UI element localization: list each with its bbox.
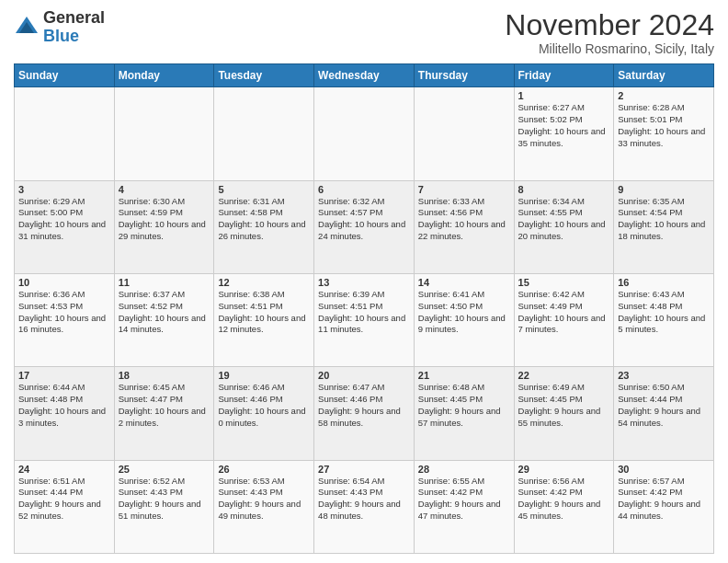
header-cell-sunday: Sunday <box>15 64 115 87</box>
day-info: Sunrise: 6:32 AM Sunset: 4:57 PM Dayligh… <box>318 196 410 243</box>
day-cell <box>314 87 415 180</box>
day-cell: 1Sunrise: 6:27 AM Sunset: 5:02 PM Daylig… <box>514 87 614 180</box>
day-info: Sunrise: 6:34 AM Sunset: 4:55 PM Dayligh… <box>518 196 610 243</box>
month-title: November 2024 <box>505 9 714 41</box>
day-number: 18 <box>119 370 210 381</box>
day-number: 24 <box>18 464 110 475</box>
day-info: Sunrise: 6:53 AM Sunset: 4:43 PM Dayligh… <box>218 476 310 523</box>
day-cell: 10Sunrise: 6:36 AM Sunset: 4:53 PM Dayli… <box>15 273 115 366</box>
day-cell: 25Sunrise: 6:52 AM Sunset: 4:43 PM Dayli… <box>114 460 214 553</box>
day-info: Sunrise: 6:50 AM Sunset: 4:44 PM Dayligh… <box>618 382 710 429</box>
day-info: Sunrise: 6:39 AM Sunset: 4:51 PM Dayligh… <box>318 289 410 336</box>
week-row-2: 10Sunrise: 6:36 AM Sunset: 4:53 PM Dayli… <box>15 273 714 366</box>
logo-text: General Blue <box>43 9 105 46</box>
day-cell: 28Sunrise: 6:55 AM Sunset: 4:42 PM Dayli… <box>414 460 514 553</box>
day-number: 20 <box>318 370 410 381</box>
day-number: 14 <box>418 277 510 288</box>
day-cell: 3Sunrise: 6:29 AM Sunset: 5:00 PM Daylig… <box>15 180 115 273</box>
day-info: Sunrise: 6:54 AM Sunset: 4:43 PM Dayligh… <box>318 476 410 523</box>
week-row-4: 24Sunrise: 6:51 AM Sunset: 4:44 PM Dayli… <box>15 460 714 553</box>
day-cell: 8Sunrise: 6:34 AM Sunset: 4:55 PM Daylig… <box>514 180 614 273</box>
day-number: 2 <box>618 90 710 101</box>
title-block: November 2024 Militello Rosmarino, Sicil… <box>505 9 714 56</box>
day-number: 4 <box>119 184 210 195</box>
day-info: Sunrise: 6:44 AM Sunset: 4:48 PM Dayligh… <box>18 382 110 429</box>
day-info: Sunrise: 6:30 AM Sunset: 4:59 PM Dayligh… <box>119 196 210 243</box>
header-cell-tuesday: Tuesday <box>214 64 314 87</box>
day-cell: 11Sunrise: 6:37 AM Sunset: 4:52 PM Dayli… <box>114 273 214 366</box>
day-number: 28 <box>418 464 510 475</box>
day-info: Sunrise: 6:48 AM Sunset: 4:45 PM Dayligh… <box>418 382 510 429</box>
day-number: 19 <box>218 370 310 381</box>
day-cell: 26Sunrise: 6:53 AM Sunset: 4:43 PM Dayli… <box>214 460 314 553</box>
day-number: 23 <box>618 370 710 381</box>
day-number: 16 <box>618 277 710 288</box>
day-number: 10 <box>18 277 110 288</box>
day-info: Sunrise: 6:55 AM Sunset: 4:42 PM Dayligh… <box>418 476 510 523</box>
day-number: 26 <box>218 464 310 475</box>
day-cell: 13Sunrise: 6:39 AM Sunset: 4:51 PM Dayli… <box>314 273 415 366</box>
day-number: 3 <box>18 184 110 195</box>
day-cell: 16Sunrise: 6:43 AM Sunset: 4:48 PM Dayli… <box>614 273 714 366</box>
day-cell: 14Sunrise: 6:41 AM Sunset: 4:50 PM Dayli… <box>414 273 514 366</box>
day-number: 5 <box>218 184 310 195</box>
header-cell-saturday: Saturday <box>614 64 714 87</box>
day-info: Sunrise: 6:56 AM Sunset: 4:42 PM Dayligh… <box>518 476 610 523</box>
day-cell: 9Sunrise: 6:35 AM Sunset: 4:54 PM Daylig… <box>614 180 714 273</box>
header-row: SundayMondayTuesdayWednesdayThursdayFrid… <box>15 64 714 87</box>
day-info: Sunrise: 6:29 AM Sunset: 5:00 PM Dayligh… <box>18 196 110 243</box>
day-cell: 30Sunrise: 6:57 AM Sunset: 4:42 PM Dayli… <box>614 460 714 553</box>
day-cell: 15Sunrise: 6:42 AM Sunset: 4:49 PM Dayli… <box>514 273 614 366</box>
day-info: Sunrise: 6:28 AM Sunset: 5:01 PM Dayligh… <box>618 102 710 149</box>
day-cell: 6Sunrise: 6:32 AM Sunset: 4:57 PM Daylig… <box>314 180 415 273</box>
calendar-table: SundayMondayTuesdayWednesdayThursdayFrid… <box>14 63 714 554</box>
day-info: Sunrise: 6:36 AM Sunset: 4:53 PM Dayligh… <box>18 289 110 336</box>
day-number: 22 <box>518 370 610 381</box>
day-cell: 29Sunrise: 6:56 AM Sunset: 4:42 PM Dayli… <box>514 460 614 553</box>
header-cell-thursday: Thursday <box>414 64 514 87</box>
day-cell: 4Sunrise: 6:30 AM Sunset: 4:59 PM Daylig… <box>114 180 214 273</box>
week-row-0: 1Sunrise: 6:27 AM Sunset: 5:02 PM Daylig… <box>15 87 714 180</box>
day-cell: 7Sunrise: 6:33 AM Sunset: 4:56 PM Daylig… <box>414 180 514 273</box>
day-cell: 20Sunrise: 6:47 AM Sunset: 4:46 PM Dayli… <box>314 367 415 460</box>
day-info: Sunrise: 6:52 AM Sunset: 4:43 PM Dayligh… <box>119 476 210 523</box>
location: Militello Rosmarino, Sicily, Italy <box>505 41 714 56</box>
day-number: 1 <box>518 90 610 101</box>
day-cell: 5Sunrise: 6:31 AM Sunset: 4:58 PM Daylig… <box>214 180 314 273</box>
day-number: 7 <box>418 184 510 195</box>
day-number: 17 <box>18 370 110 381</box>
day-cell: 24Sunrise: 6:51 AM Sunset: 4:44 PM Dayli… <box>15 460 115 553</box>
day-info: Sunrise: 6:51 AM Sunset: 4:44 PM Dayligh… <box>18 476 110 523</box>
day-cell <box>214 87 314 180</box>
day-info: Sunrise: 6:38 AM Sunset: 4:51 PM Dayligh… <box>218 289 310 336</box>
day-cell <box>15 87 115 180</box>
day-number: 25 <box>119 464 210 475</box>
day-number: 12 <box>218 277 310 288</box>
day-cell: 18Sunrise: 6:45 AM Sunset: 4:47 PM Dayli… <box>114 367 214 460</box>
day-info: Sunrise: 6:57 AM Sunset: 4:42 PM Dayligh… <box>618 476 710 523</box>
day-number: 29 <box>518 464 610 475</box>
day-cell: 12Sunrise: 6:38 AM Sunset: 4:51 PM Dayli… <box>214 273 314 366</box>
day-cell: 22Sunrise: 6:49 AM Sunset: 4:45 PM Dayli… <box>514 367 614 460</box>
day-cell: 27Sunrise: 6:54 AM Sunset: 4:43 PM Dayli… <box>314 460 415 553</box>
day-info: Sunrise: 6:35 AM Sunset: 4:54 PM Dayligh… <box>618 196 710 243</box>
day-cell: 17Sunrise: 6:44 AM Sunset: 4:48 PM Dayli… <box>15 367 115 460</box>
day-number: 27 <box>318 464 410 475</box>
day-info: Sunrise: 6:47 AM Sunset: 4:46 PM Dayligh… <box>318 382 410 429</box>
day-number: 9 <box>618 184 710 195</box>
day-number: 15 <box>518 277 610 288</box>
day-number: 11 <box>119 277 210 288</box>
day-cell <box>414 87 514 180</box>
week-row-3: 17Sunrise: 6:44 AM Sunset: 4:48 PM Dayli… <box>15 367 714 460</box>
day-info: Sunrise: 6:27 AM Sunset: 5:02 PM Dayligh… <box>518 102 610 149</box>
calendar-page: General Blue November 2024 Militello Ros… <box>0 0 728 563</box>
day-info: Sunrise: 6:43 AM Sunset: 4:48 PM Dayligh… <box>618 289 710 336</box>
day-number: 13 <box>318 277 410 288</box>
day-cell: 21Sunrise: 6:48 AM Sunset: 4:45 PM Dayli… <box>414 367 514 460</box>
day-info: Sunrise: 6:42 AM Sunset: 4:49 PM Dayligh… <box>518 289 610 336</box>
header: General Blue November 2024 Militello Ros… <box>14 9 714 56</box>
header-cell-wednesday: Wednesday <box>314 64 415 87</box>
day-info: Sunrise: 6:31 AM Sunset: 4:58 PM Dayligh… <box>218 196 310 243</box>
header-cell-friday: Friday <box>514 64 614 87</box>
day-info: Sunrise: 6:46 AM Sunset: 4:46 PM Dayligh… <box>218 382 310 429</box>
